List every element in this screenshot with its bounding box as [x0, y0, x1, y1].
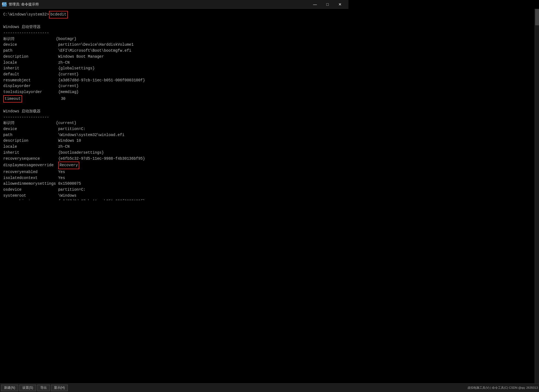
section1-title: Windows 启动管理器	[3, 24, 345, 30]
field-resumeobject2: resumeobject {a3d67d8d-97cb-11ec-b051-00…	[3, 199, 345, 200]
field-osdevice: osdevice partition=C:	[3, 187, 345, 193]
section2-title: Windows 启动加载器	[3, 109, 345, 115]
field-inherit1: inherit {globalsettings}	[3, 66, 345, 72]
field-allowedinmemorysettings: allowedinmemorysettings 0x15000075	[3, 181, 345, 187]
prompt-text: C:\Windows\system32>	[3, 12, 49, 17]
window-controls: — □ ✕	[309, 0, 346, 9]
field-description2: description Windows 10	[3, 138, 345, 144]
field-recoveryenabled: recoveryenabled Yes	[3, 169, 345, 175]
field-locale2: locale zh-CN	[3, 144, 345, 150]
field-systemroot: systemroot \Windows	[3, 193, 345, 199]
field-path2: path \Windows\system32\winload.efi	[3, 132, 345, 138]
field-isolatedcontext: isolatedcontext Yes	[3, 175, 345, 181]
app-icon: C:\	[2, 2, 7, 7]
field-identifier2: 标识符 {current}	[3, 120, 345, 126]
command-line: C:\Windows\system32>bcdedit	[3, 11, 345, 18]
field-device1: device partition=\Device\HarddiskVolume1	[3, 42, 345, 48]
field-displayorder: displayorder {current}	[3, 83, 345, 89]
close-button[interactable]: ✕	[334, 0, 346, 9]
section2-separator: --------------------	[3, 115, 345, 121]
terminal-area: C:\Windows\system32>bcdedit Windows 启动管理…	[0, 9, 348, 200]
field-device2: device partition=C:	[3, 126, 345, 132]
titlebar-left: C:\ 管理员: 命令提示符	[2, 2, 39, 7]
field-resumeobject1: resumeobject {a3d67d8d-97cb-11ec-b051-00…	[3, 78, 345, 84]
window-title: 管理员: 命令提示符	[9, 2, 39, 7]
field-locale1: locale zh-CN	[3, 60, 345, 66]
timeout-highlight: timeout	[3, 95, 22, 103]
bcdedit-command: bcdedit	[49, 11, 68, 18]
field-timeout: timeout 30	[3, 95, 345, 103]
field-displaymessageoverride: displaymessageoverride Recovery	[3, 162, 345, 169]
blank-line-2	[3, 103, 345, 109]
field-path1: path \EFI\Microsoft\Boot\bootmgfw.efi	[3, 48, 345, 54]
titlebar: C:\ 管理员: 命令提示符 — □ ✕	[0, 0, 348, 9]
field-description1: description Windows Boot Manager	[3, 54, 345, 60]
section1-separator: --------------------	[3, 30, 345, 36]
field-inherit2: inherit {bootloadersettings}	[3, 150, 345, 156]
field-recoverysequence: recoverysequence {e6fb5c32-97d5-11ec-998…	[3, 156, 345, 162]
maximize-button[interactable]: □	[321, 0, 334, 9]
field-toolsdisplayorder: toolsdisplayorder {memdiag}	[3, 89, 345, 95]
recovery-highlight: Recovery	[58, 162, 79, 169]
blank-line-1	[3, 18, 345, 24]
field-default: default {current}	[3, 72, 345, 78]
field-identifier1: 标识符 {bootmgr}	[3, 36, 345, 42]
minimize-button[interactable]: —	[309, 0, 321, 9]
